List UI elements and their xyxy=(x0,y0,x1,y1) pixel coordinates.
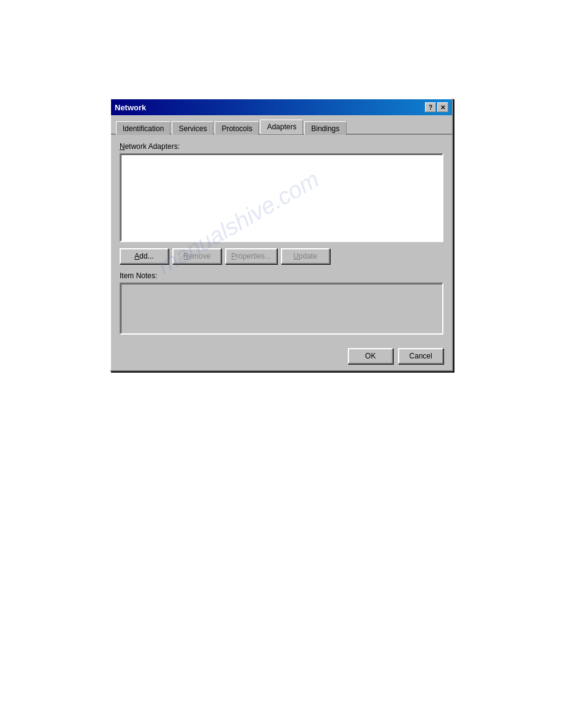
properties-button[interactable]: Properties... xyxy=(225,248,277,264)
tab-bindings[interactable]: Bindings xyxy=(304,121,346,135)
tab-protocols[interactable]: Protocols xyxy=(215,121,259,135)
network-dialog: Network ? ✕ Identification Services Prot… xyxy=(110,98,453,371)
update-button[interactable]: Update xyxy=(281,248,330,264)
tab-identification[interactable]: Identification xyxy=(116,121,170,135)
item-notes-label: Item Notes: xyxy=(120,271,443,280)
tab-services-label: Services xyxy=(178,124,207,133)
item-notes-box xyxy=(120,282,443,335)
ok-button[interactable]: OK xyxy=(348,348,393,364)
tab-bar: Identification Services Protocols Adapte… xyxy=(111,115,452,134)
network-adapters-label: Network Adapters: xyxy=(120,142,443,151)
dialog-wrapper: Network ? ✕ Identification Services Prot… xyxy=(110,98,453,371)
help-button[interactable]: ? xyxy=(425,102,436,112)
button-row: Add... Remove Properties... Update xyxy=(120,248,443,264)
close-button[interactable]: ✕ xyxy=(437,102,448,112)
title-bar: Network ? ✕ xyxy=(111,99,452,115)
tab-services[interactable]: Services xyxy=(172,121,213,135)
remove-button[interactable]: Remove xyxy=(172,248,221,264)
title-bar-buttons: ? ✕ xyxy=(425,102,448,112)
tab-bindings-label: Bindings xyxy=(311,124,339,133)
tab-protocols-label: Protocols xyxy=(221,124,252,133)
dialog-title: Network xyxy=(115,103,146,112)
tab-adapters-label: Adapters xyxy=(267,123,296,131)
cancel-button[interactable]: Cancel xyxy=(398,348,443,364)
dialog-content: Network Adapters: Add... Remove Properti… xyxy=(111,134,452,343)
tab-identification-label: Identification xyxy=(123,124,164,133)
tab-adapters[interactable]: Adapters xyxy=(260,119,303,134)
dialog-footer: OK Cancel xyxy=(111,343,452,370)
network-adapters-listbox[interactable] xyxy=(120,153,443,242)
add-button[interactable]: Add... xyxy=(120,248,169,264)
